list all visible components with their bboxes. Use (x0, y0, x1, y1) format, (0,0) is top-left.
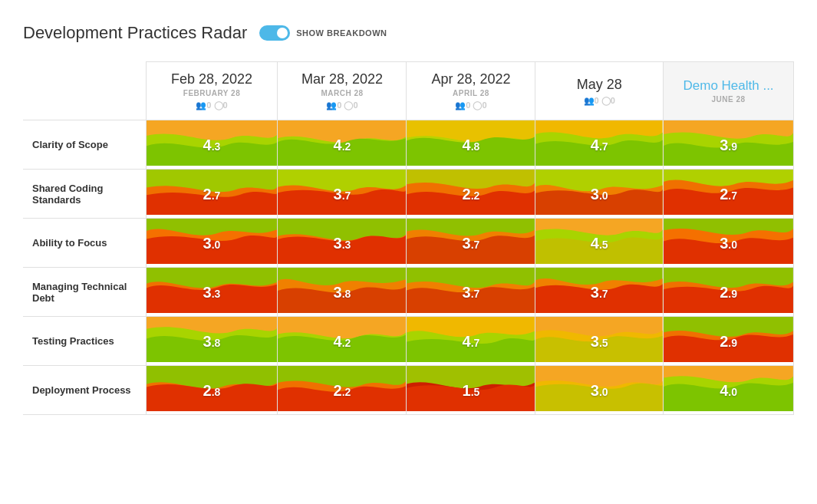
score-label-3-4: 2.9 (720, 283, 737, 301)
col-date-sub-mar: MARCH 28 (284, 89, 400, 97)
cell-3-3: 3.7 (535, 268, 664, 317)
score-label-3-2: 3.7 (463, 283, 480, 301)
cell-1-1: 3.7 (278, 170, 407, 219)
page-header: Development Practices Radar SHOW BREAKDO… (23, 23, 794, 43)
score-label-1-4: 2.7 (720, 185, 737, 203)
cell-2-4: 3.0 (664, 219, 794, 268)
row-label-2: Ability to Focus (23, 219, 146, 268)
cell-1-0: 2.7 (146, 170, 278, 219)
score-label-4-4: 2.9 (720, 332, 737, 350)
score-label-3-1: 3.8 (334, 283, 351, 301)
cell-0-1: 4.2 (278, 120, 407, 170)
col-meta-may: 👥0 ◯0 (542, 96, 657, 106)
score-label-0-4: 3.9 (720, 136, 737, 153)
score-label-2-1: 3.3 (334, 234, 351, 252)
cell-2-0: 3.0 (146, 219, 278, 268)
row-label-3: Managing Technical Debt (23, 268, 146, 317)
cell-2-2: 3.7 (407, 219, 535, 268)
table-row: Testing Practices3.84.24.73.52.9 (23, 317, 794, 366)
score-label-0-2: 4.8 (463, 136, 480, 153)
col-header-mar: Mar 28, 2022MARCH 28👥0 ◯0 (278, 62, 407, 120)
score-label-4-0: 3.8 (203, 332, 221, 350)
score-label-5-4: 4.0 (720, 381, 737, 399)
col-date-main-may: May 28 (542, 77, 657, 93)
col-date-main-mar: Mar 28, 2022 (284, 71, 400, 87)
col-meta-feb: 👥0 ◯0 (153, 100, 272, 110)
col-date-main-demo: Demo Health ... (670, 78, 787, 94)
cell-1-3: 3.0 (535, 170, 664, 219)
table-row: Clarity of Scope4.34.24.84.73.9 (23, 120, 794, 170)
score-label-3-3: 3.7 (591, 283, 608, 301)
cell-0-3: 4.7 (535, 120, 664, 170)
cell-5-0: 2.8 (146, 366, 278, 415)
score-label-5-3: 3.0 (591, 381, 608, 399)
cell-3-1: 3.8 (278, 268, 407, 317)
col-header-demo: Demo Health ...JUNE 28 (664, 62, 794, 120)
score-label-2-0: 3.0 (203, 234, 221, 252)
cell-0-4: 3.9 (664, 120, 794, 170)
cell-0-0: 4.3 (146, 120, 278, 170)
toggle-area[interactable]: SHOW BREAKDOWN (259, 25, 387, 41)
page-title: Development Practices Radar (23, 23, 247, 43)
cell-5-4: 4.0 (664, 366, 794, 415)
radar-table: Feb 28, 2022FEBRUARY 28👥0 ◯0Mar 28, 2022… (23, 61, 794, 415)
col-header-feb: Feb 28, 2022FEBRUARY 28👥0 ◯0 (146, 62, 278, 120)
corner-cell (23, 62, 146, 120)
cell-3-2: 3.7 (407, 268, 535, 317)
col-meta-mar: 👥0 ◯0 (284, 100, 400, 110)
score-label-5-1: 2.2 (334, 381, 351, 399)
col-header-may: May 28👥0 ◯0 (535, 62, 664, 120)
score-label-2-4: 3.0 (720, 234, 737, 252)
cell-4-3: 3.5 (535, 317, 664, 366)
score-label-1-2: 2.2 (463, 185, 480, 203)
cell-4-4: 2.9 (664, 317, 794, 366)
col-date-sub-demo: JUNE 28 (670, 95, 787, 104)
cell-5-3: 3.0 (535, 366, 664, 415)
score-label-1-0: 2.7 (203, 185, 221, 203)
table-row: Ability to Focus3.03.33.74.53.0 (23, 219, 794, 268)
score-label-4-3: 3.5 (591, 332, 608, 350)
cell-1-2: 2.2 (407, 170, 535, 219)
cell-5-1: 2.2 (278, 366, 407, 415)
row-label-4: Testing Practices (23, 317, 146, 366)
row-label-1: Shared Coding Standards (23, 170, 146, 219)
table-row: Deployment Process2.82.21.53.04.0 (23, 366, 794, 415)
score-label-3-0: 3.3 (203, 283, 221, 301)
cell-3-4: 2.9 (664, 268, 794, 317)
cell-4-0: 3.8 (146, 317, 278, 366)
cell-4-1: 4.2 (278, 317, 407, 366)
table-row: Managing Technical Debt3.33.83.73.72.9 (23, 268, 794, 317)
cell-1-4: 2.7 (664, 170, 794, 219)
col-date-sub-apr: APRIL 28 (413, 89, 529, 97)
row-label-5: Deployment Process (23, 366, 146, 415)
cell-5-2: 1.5 (407, 366, 535, 415)
col-date-main-apr: Apr 28, 2022 (413, 71, 529, 87)
row-label-0: Clarity of Scope (23, 120, 146, 170)
cell-4-2: 4.7 (407, 317, 535, 366)
score-label-5-2: 1.5 (463, 381, 480, 399)
col-date-main-feb: Feb 28, 2022 (153, 71, 272, 87)
table-row: Shared Coding Standards2.73.72.23.02.7 (23, 170, 794, 219)
cell-2-3: 4.5 (535, 219, 664, 268)
score-label-4-2: 4.7 (463, 332, 480, 350)
score-label-4-1: 4.2 (334, 332, 351, 350)
score-label-1-3: 3.0 (591, 185, 608, 203)
breakdown-toggle[interactable] (259, 25, 290, 41)
score-label-5-0: 2.8 (203, 381, 221, 399)
cell-2-1: 3.3 (278, 219, 407, 268)
toggle-label: SHOW BREAKDOWN (296, 28, 387, 38)
score-label-1-1: 3.7 (334, 185, 351, 203)
score-label-0-0: 4.3 (203, 136, 221, 153)
cell-0-2: 4.8 (407, 120, 535, 170)
score-label-2-2: 3.7 (463, 234, 480, 252)
cell-3-0: 3.3 (146, 268, 278, 317)
score-label-0-3: 4.7 (591, 136, 608, 153)
score-label-2-3: 4.5 (591, 234, 608, 252)
score-label-0-1: 4.2 (334, 136, 351, 153)
col-meta-apr: 👥0 ◯0 (413, 100, 529, 110)
col-date-sub-feb: FEBRUARY 28 (153, 89, 272, 97)
col-header-apr: Apr 28, 2022APRIL 28👥0 ◯0 (407, 62, 535, 120)
